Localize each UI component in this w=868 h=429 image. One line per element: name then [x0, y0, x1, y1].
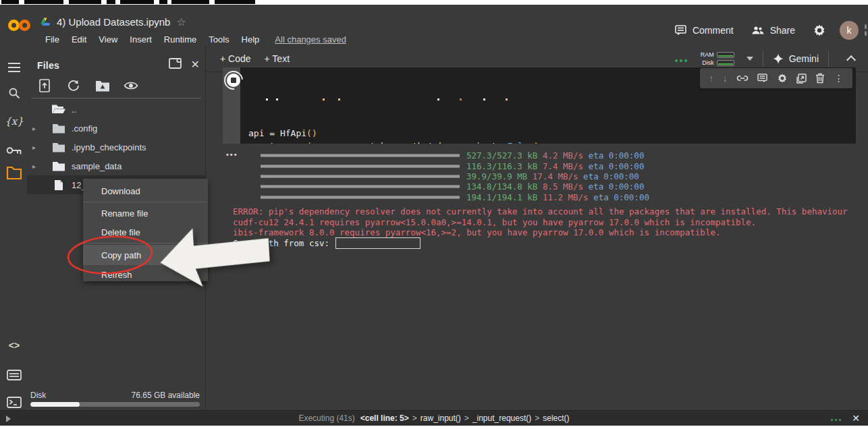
folder-icon — [51, 161, 66, 171]
context-menu-refresh[interactable]: Refresh — [83, 265, 208, 281]
add-text-button[interactable]: + Text — [265, 53, 290, 64]
colab-window: 4) Upload Datasets.ipynb ☆ File Edit Vie… — [0, 5, 868, 426]
clipped-code-line — [248, 98, 856, 101]
collapse-toolbar-icon[interactable] — [846, 55, 856, 65]
input-prompt-label: Copy path from csv: — [233, 238, 329, 248]
progress-bar — [261, 185, 460, 188]
comment-cell-icon[interactable] — [757, 74, 767, 83]
menu-edit[interactable]: Edit — [65, 34, 92, 45]
comment-button[interactable]: Comment — [675, 25, 734, 36]
resource-gauge[interactable]: RAM Disk — [698, 51, 734, 66]
expand-caret-icon[interactable]: ▸ — [32, 125, 36, 132]
error-output: ERROR: pip's dependency resolver does no… — [233, 206, 868, 238]
dock-panel-icon[interactable] — [169, 58, 182, 71]
input-prompt-row: Copy path from csv: — [233, 237, 421, 249]
drive-icon — [40, 18, 51, 27]
refresh-icon[interactable] — [65, 78, 82, 94]
menu-runtime[interactable]: Runtime — [158, 34, 202, 45]
disk-usage: Disk 76.65 GB available — [30, 391, 200, 407]
sidebar-rail: {x} <> — [0, 46, 27, 410]
menu-tools[interactable]: Tools — [202, 34, 235, 45]
tree-row-sample-data[interactable]: ▸ sample_data — [27, 156, 205, 175]
settings-gear-icon[interactable] — [813, 24, 826, 37]
files-folder-icon[interactable] — [5, 165, 23, 181]
secrets-key-icon[interactable] — [5, 142, 23, 159]
progress-line: 39.9/39.9 MB 17.4 MB/s eta 0:00:00 — [261, 171, 660, 181]
context-menu-delete-file[interactable]: Delete file — [83, 223, 208, 241]
colab-logo-icon[interactable] — [8, 17, 35, 34]
trace-frame: raw_input() — [421, 413, 461, 423]
cell-line-status: <cell line: 5> — [360, 413, 409, 423]
terminal-icon[interactable] — [5, 394, 23, 410]
search-icon[interactable] — [5, 85, 23, 101]
hidden-files-eye-icon[interactable] — [123, 78, 139, 94]
tree-row-config[interactable]: ▸ .config — [27, 119, 205, 138]
progress-line: 527.3/527.3 kB 4.2 MB/s eta 0:00:00 — [261, 150, 660, 161]
cell-gutter — [223, 67, 240, 144]
expand-terminal-icon[interactable] — [6, 416, 11, 422]
mirror-cell-icon[interactable] — [796, 74, 807, 84]
people-icon — [751, 26, 765, 35]
error-line: cudf-cu12 24.4.1 requires pyarrow<15.0.0… — [233, 217, 868, 228]
tree-row-parent[interactable]: .. — [27, 100, 205, 119]
expand-caret-icon[interactable]: ▸ — [32, 144, 36, 151]
cell-toolbar: ↑ ↓ — [700, 68, 852, 88]
add-code-button[interactable]: + Code — [220, 53, 251, 64]
menu-help[interactable]: Help — [236, 34, 266, 45]
tree-row-ipynb-checkpoints[interactable]: ▸ .ipynb_checkpoints — [27, 138, 205, 156]
disk-bar — [717, 60, 734, 66]
context-menu-rename-file[interactable]: Rename file — [83, 204, 208, 223]
runtime-dropdown-icon[interactable] — [747, 57, 753, 61]
move-cell-down-icon[interactable]: ↓ — [723, 73, 728, 84]
context-menu-download[interactable]: Download — [83, 181, 208, 200]
trace-frame: _input_request() — [472, 413, 531, 423]
upload-file-icon[interactable] — [36, 78, 53, 94]
file-icon — [51, 179, 66, 191]
progress-bar — [261, 175, 460, 177]
status-dots-icon — [829, 413, 841, 423]
status-bar: Executing (41s) <cell line: 5> > raw_inp… — [0, 410, 868, 426]
code-snippets-icon[interactable]: <> — [5, 337, 23, 353]
cell-settings-gear-icon[interactable] — [777, 73, 788, 84]
progress-line: 194.1/194.1 kB 11.2 MB/s eta 0:00:00 — [261, 192, 660, 202]
scrollbar-mark — [865, 24, 867, 29]
expand-caret-icon[interactable]: ▸ — [32, 163, 36, 170]
delete-cell-trash-icon[interactable] — [815, 73, 825, 84]
screenshot-artifact — [0, 0, 868, 5]
save-status[interactable]: All changes saved — [275, 34, 346, 45]
table-of-contents-icon[interactable] — [5, 59, 23, 76]
mount-drive-icon[interactable] — [94, 78, 111, 94]
output-options-dots-icon[interactable]: ••• — [226, 150, 238, 159]
menubar: File Edit View Insert Runtime Tools Help… — [39, 34, 346, 45]
variables-icon[interactable]: {x} — [5, 113, 23, 130]
progress-bar — [261, 165, 460, 167]
close-panel-icon[interactable]: ✕ — [191, 58, 200, 71]
pip-progress-output: 527.3/527.3 kB 4.2 MB/s eta 0:00:00 116.… — [261, 150, 660, 202]
connecting-dots-icon — [673, 53, 687, 65]
open-folder-icon — [51, 104, 66, 115]
menu-insert[interactable]: Insert — [124, 34, 158, 45]
ram-bar — [717, 52, 734, 58]
folder-icon — [51, 142, 66, 152]
move-cell-up-icon[interactable]: ↑ — [709, 73, 713, 84]
avatar[interactable]: k — [840, 21, 859, 40]
files-panel-title: Files — [37, 60, 59, 71]
file-context-menu: Download Rename file Delete file Copy pa… — [83, 179, 208, 281]
error-line: ERROR: pip's dependency resolver does no… — [233, 206, 868, 217]
cell-more-options-icon[interactable]: ⋮ — [834, 73, 844, 84]
star-icon[interactable]: ☆ — [176, 16, 186, 28]
menu-file[interactable]: File — [39, 34, 65, 45]
share-button[interactable]: Share — [751, 25, 795, 36]
context-menu-copy-path[interactable]: Copy path — [83, 245, 208, 265]
csv-path-input[interactable] — [335, 237, 421, 249]
command-palette-icon[interactable] — [5, 367, 23, 383]
folder-icon — [51, 123, 66, 134]
close-status-icon[interactable]: ✕ — [852, 413, 860, 424]
disk-available: 76.65 GB available — [132, 391, 200, 400]
link-to-cell-icon[interactable] — [736, 74, 749, 82]
progress-bar — [261, 196, 460, 198]
gemini-button[interactable]: Gemini — [773, 53, 819, 64]
notebook-title[interactable]: 4) Upload Datasets.ipynb — [57, 16, 170, 28]
menu-view[interactable]: View — [92, 34, 124, 45]
disk-label: Disk — [30, 391, 46, 400]
